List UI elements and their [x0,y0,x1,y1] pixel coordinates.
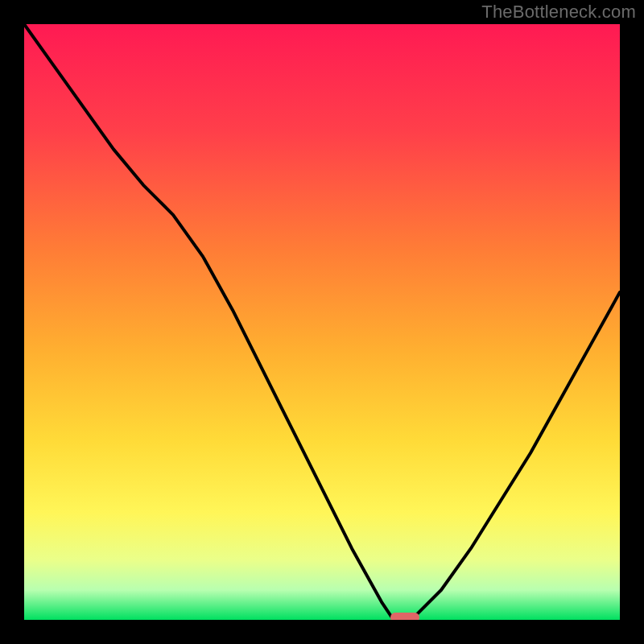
site-watermark: TheBottleneck.com [481,2,636,23]
chart-frame: TheBottleneck.com [0,0,644,644]
minimum-marker [390,613,419,620]
chart-svg [24,24,620,620]
heat-background [24,24,620,620]
plot-area [24,24,620,620]
